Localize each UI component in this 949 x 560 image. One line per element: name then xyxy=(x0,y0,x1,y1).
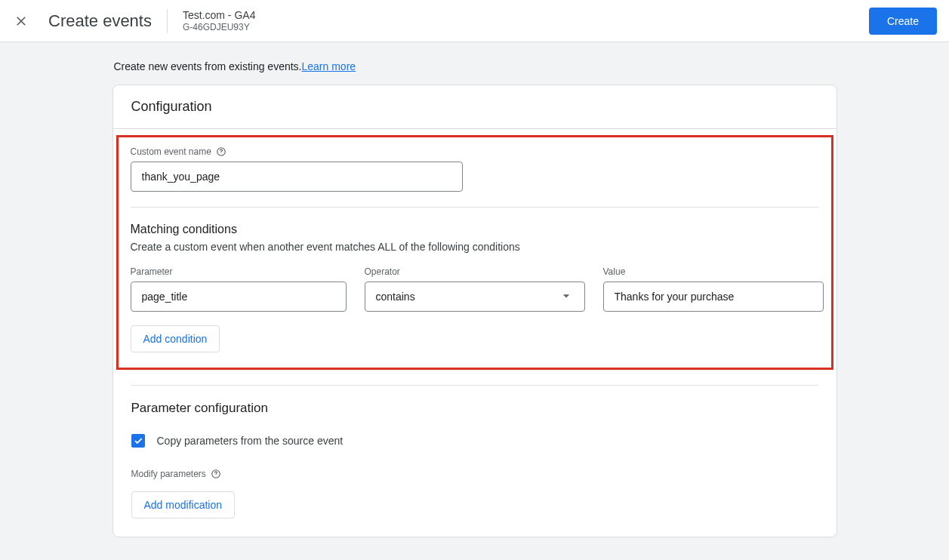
configuration-card: Configuration Custom event name Matching… xyxy=(112,85,837,537)
custom-event-name-label-text: Custom event name xyxy=(131,146,211,157)
chevron-down-icon xyxy=(559,288,574,306)
matching-conditions-title: Matching conditions xyxy=(131,223,819,236)
custom-event-name-input[interactable] xyxy=(131,162,463,192)
copy-params-row: Copy parameters from the source event xyxy=(131,434,818,448)
page-content: Create new events from existing events.L… xyxy=(112,42,837,560)
divider xyxy=(131,385,818,386)
operator-select[interactable]: contains xyxy=(365,282,585,312)
modify-parameters-label: Modify parameters xyxy=(131,469,818,479)
card-header: Configuration xyxy=(113,85,837,129)
operator-value: contains xyxy=(376,291,415,303)
property-block: Test.com - GA4 G-46GDJEU93Y xyxy=(183,9,255,32)
add-modification-button[interactable]: Add modification xyxy=(131,491,236,518)
value-input[interactable] xyxy=(603,282,824,312)
copy-params-checkbox[interactable] xyxy=(131,434,145,448)
svg-point-1 xyxy=(220,153,221,154)
copy-params-label: Copy parameters from the source event xyxy=(157,435,344,447)
custom-event-name-label: Custom event name xyxy=(131,146,819,157)
create-button[interactable]: Create xyxy=(869,8,937,35)
add-condition-button[interactable]: Add condition xyxy=(131,325,220,352)
page-title: Create events xyxy=(48,11,152,31)
help-icon[interactable] xyxy=(216,146,226,157)
intro-plain: Create new events from existing events. xyxy=(114,60,302,72)
parameter-label: Parameter xyxy=(131,266,347,277)
value-label: Value xyxy=(603,266,824,277)
svg-point-3 xyxy=(215,475,216,476)
condition-row: Parameter Operator contains Valu xyxy=(131,266,819,312)
operator-label: Operator xyxy=(365,266,585,277)
intro-text: Create new events from existing events.L… xyxy=(112,60,837,72)
top-bar: Create events Test.com - GA4 G-46GDJEU93… xyxy=(0,0,949,42)
parameter-input[interactable] xyxy=(131,282,347,312)
modify-parameters-label-text: Modify parameters xyxy=(131,469,206,479)
property-id: G-46GDJEU93Y xyxy=(183,22,255,32)
highlighted-region: Custom event name Matching conditions Cr… xyxy=(116,135,833,370)
learn-more-link[interactable]: Learn more xyxy=(302,60,356,72)
divider xyxy=(131,207,819,208)
card-title: Configuration xyxy=(131,99,818,115)
parameter-configuration-title: Parameter configuration xyxy=(131,401,818,416)
divider xyxy=(167,9,168,33)
matching-conditions-desc: Create a custom event when another event… xyxy=(131,241,819,253)
property-name: Test.com - GA4 xyxy=(183,9,255,22)
close-icon[interactable] xyxy=(12,12,30,30)
help-icon[interactable] xyxy=(211,469,221,479)
